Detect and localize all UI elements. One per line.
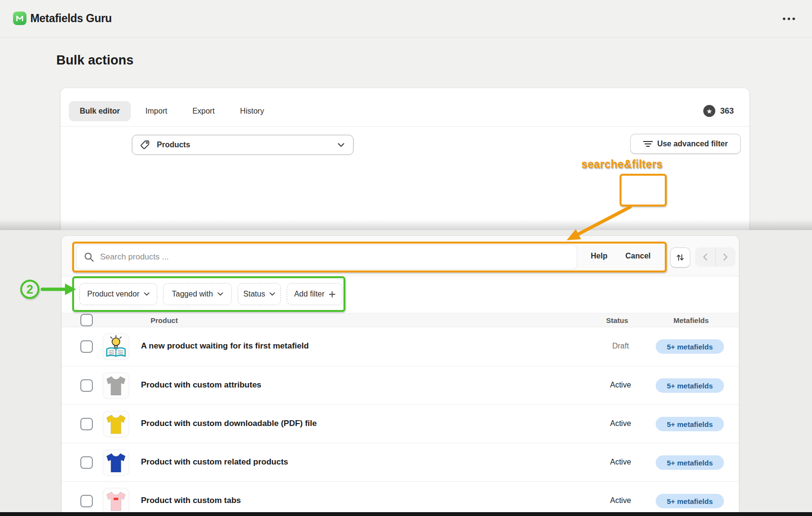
select-all-checkbox[interactable] [80,314,93,326]
tag-icon [140,140,150,150]
tab-export[interactable]: Export [184,101,223,121]
resource-type-value: Products [157,141,190,149]
product-title[interactable]: Product with custom related products [141,457,288,467]
pagination [695,247,736,267]
credits-count: 363 [720,106,734,116]
product-title[interactable]: Product with custom attributes [141,380,261,390]
annotation-search-filters-label: searche&filters [553,158,691,171]
app-logo-icon [13,12,26,25]
metafields-badge[interactable]: 5+ metafields [656,455,724,470]
pagination-next-button[interactable] [716,247,736,267]
tab-history[interactable]: History [231,101,273,121]
pagination-prev-button[interactable] [695,247,716,267]
tab-import[interactable]: Import [137,101,176,121]
status-value: Active [604,381,637,389]
filter-icon [643,141,653,147]
section-seam-shadow [0,219,812,230]
sort-button[interactable] [670,247,690,268]
chevron-right-icon [723,253,728,261]
product-image-tshirt [102,411,129,438]
product-title[interactable]: Product with custom downloadable (PDF) f… [141,419,317,428]
annotation-box-filter-chips [72,276,345,312]
overflow-menu-button[interactable] [778,13,799,25]
metafields-badge[interactable]: 5+ metafields [656,494,724,508]
metafields-badge[interactable]: 5+ metafields [656,339,724,354]
product-title[interactable]: A new product waiting for its first meta… [141,341,309,351]
app-title: Metafields Guru [30,12,112,25]
annotation-box-search-bar [72,242,667,272]
metafields-badge[interactable]: 5+ metafields [656,378,724,393]
product-image-tshirt [102,449,129,476]
product-title[interactable]: Product with custom tabs [141,496,241,505]
page-title: Bulk actions [56,53,134,68]
bottom-screenshot-section: Search products ... Help Cancel [0,230,812,516]
product-image-tshirt [102,372,129,399]
metafields-badge[interactable]: 5+ metafields [656,417,724,431]
status-value: Active [604,496,637,505]
chevron-left-icon [703,253,708,261]
row-checkbox[interactable] [80,340,93,353]
credits-counter: ★ 363 [703,105,734,117]
table-row[interactable]: Product with custom tabs Active 5+ metaf… [62,481,739,516]
tab-bulk-editor[interactable]: Bulk editor [69,101,131,121]
table-row[interactable]: Product with custom related products Act… [62,443,739,482]
product-image-tshirt [102,488,129,515]
topbar-divider [0,37,812,38]
table-row[interactable]: Product with custom downloadable (PDF) f… [62,404,739,443]
use-advanced-filter-label: Use advanced filter [657,140,728,148]
star-icon: ★ [703,105,715,117]
status-value: Active [604,419,637,428]
status-value: Draft [604,342,637,350]
table-row[interactable]: Product with custom attributes Active 5+… [62,366,739,405]
table-header-bottom: Product Status Metafields [62,313,739,327]
bottom-edge-bar [0,512,812,516]
product-image-idea-book [102,333,129,360]
table-row[interactable]: A new product waiting for its first meta… [62,327,739,366]
column-product: Product [151,316,178,324]
row-checkbox[interactable] [80,456,93,469]
top-screenshot-section: Metafields Guru Bulk actions Bulk editor… [0,0,812,230]
chevron-down-icon [338,143,344,147]
card-divider [61,126,749,127]
row-checkbox[interactable] [80,495,93,507]
annotation-box-search-button [620,174,667,206]
column-status: Status [606,316,628,324]
ellipsis-icon [782,17,796,21]
column-metafields: Metafields [673,316,709,324]
row-checkbox[interactable] [80,418,93,430]
resource-type-select[interactable]: Products [132,135,354,155]
annotation-step-badge: 2 [20,280,39,299]
status-value: Active [604,458,637,466]
use-advanced-filter-button[interactable]: Use advanced filter [630,134,741,154]
row-checkbox[interactable] [80,379,93,392]
sort-icon [675,253,685,262]
